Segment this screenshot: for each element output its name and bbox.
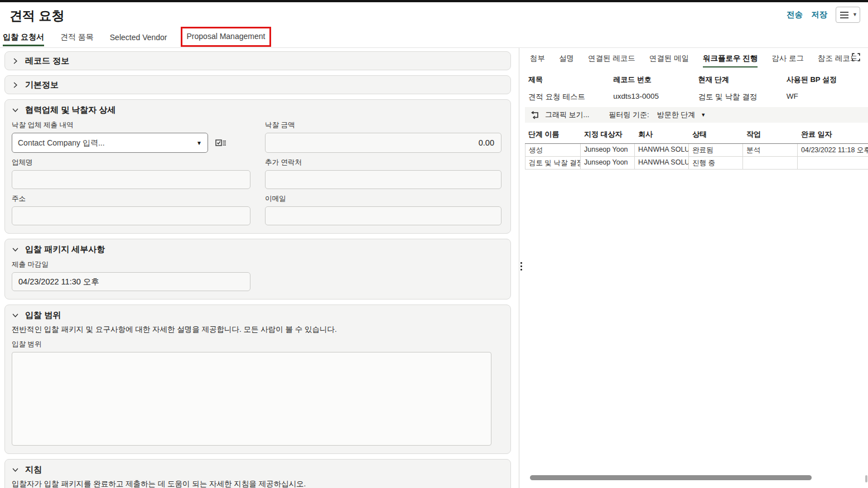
email-field (265, 206, 501, 225)
hamburger-icon (840, 12, 848, 18)
summary-bp-setup-label: 사용된 BP 설정 (787, 75, 868, 85)
record-summary: 제목 견적 요청 테스트 레코드 번호 uxdts13-0005 현재 단계 검… (525, 69, 868, 102)
select-from-list-icon[interactable] (215, 138, 226, 147)
section-title: 입찰 범위 (25, 310, 61, 321)
menu-button[interactable]: ▼ (836, 7, 860, 23)
additional-contact-field (265, 170, 501, 189)
section-description: 입찰자가 입찰 패키지를 완료하고 제출하는 데 도움이 되는 자세한 지침을 … (12, 479, 504, 488)
chevron-down-icon: ▼ (196, 140, 202, 146)
fullscreen-icon[interactable] (851, 52, 861, 62)
section-title: 기본정보 (25, 80, 59, 90)
annotation-highlight-box: Proposal Management (181, 27, 272, 47)
field-label: 업체명 (12, 158, 250, 167)
column-header: 지정 대상자 (581, 127, 635, 143)
save-button[interactable]: 저장 (811, 9, 827, 20)
summary-title-label: 제목 (528, 75, 613, 85)
graphic-view-button[interactable]: 그래픽 보기... (530, 110, 589, 120)
app-window: 견적 요청 전송 저장 ▼ 입찰 요청서 견적 품목 Selected Vend… (0, 0, 868, 488)
tab-linked-mail[interactable]: 연결된 메일 (649, 54, 689, 70)
tab-workflow-progress[interactable]: 워크플로우 진행 (703, 54, 758, 70)
summary-current-step-value: 검토 및 낙찰 결정 (698, 92, 787, 102)
address-field (12, 206, 250, 225)
tab-linked-records[interactable]: 연결된 레코드 (588, 54, 635, 70)
filter-by-label: 필터링 기준: (609, 110, 649, 120)
chevron-down-icon: ▼ (852, 12, 857, 17)
cell-step-name: 생성 (525, 144, 581, 157)
page-title: 견적 요청 (9, 7, 64, 25)
tab-attachments[interactable]: 첨부 (530, 54, 545, 70)
chevron-right-icon (12, 81, 19, 89)
section-title: 입찰 패키지 세부사항 (25, 244, 105, 255)
cell-assignee: Junseop Yoon (581, 144, 635, 157)
field-label: 제출 마감일 (12, 260, 504, 269)
field-label: 이메일 (265, 194, 501, 204)
tab-description[interactable]: 설명 (559, 54, 574, 70)
section-basic-info: 기본정보 (4, 75, 511, 94)
summary-record-no-value: uxdts13-0005 (613, 92, 698, 100)
summary-bp-setup-value: WF (787, 92, 868, 100)
graphic-view-label: 그래픽 보기... (545, 110, 589, 120)
pane-resize-handle[interactable] (520, 262, 522, 270)
column-header: 회사 (635, 127, 689, 143)
table-row[interactable]: 검토 및 낙찰 결정 Junseop Yoon HANWHA SOLUTI… 진… (525, 157, 868, 170)
section-record-info: 레코드 정보 (4, 51, 511, 70)
section-vendor-winner-detail-header[interactable]: 협력업체 및 낙찰자 상세 (12, 105, 504, 115)
chevron-down-icon (12, 107, 19, 114)
tab-proposal-management[interactable]: Proposal Management (187, 30, 266, 44)
submission-deadline-field: 04/23/2022 11:30 오후 (12, 272, 250, 291)
header-actions: 전송 저장 ▼ (787, 7, 860, 23)
detail-pane: 첨부 설명 연결된 레코드 연결된 메일 워크플로우 진행 감사 로그 참조 레… (525, 48, 868, 488)
main-tab-bar: 입찰 요청서 견적 품목 Selected Vendor Proposal Ma… (0, 28, 868, 48)
section-instructions-header[interactable]: 지침 (12, 465, 504, 475)
column-header: 단계 이름 (525, 127, 581, 143)
section-record-info-header[interactable]: 레코드 정보 (12, 56, 69, 66)
workflow-table: 단계 이름 지정 대상자 회사 상태 작업 완료 일자 생성 Junseop Y… (525, 127, 868, 170)
tab-quote-items[interactable]: 견적 품목 (60, 27, 94, 49)
filter-step-value: 방문한 단계 (657, 110, 696, 120)
cell-action (743, 157, 798, 170)
field-label: 추가 연락처 (265, 158, 501, 167)
section-bid-package-details-header[interactable]: 입찰 패키지 세부사항 (12, 244, 504, 255)
chevron-right-icon (12, 57, 19, 65)
cell-status: 진행 중 (689, 157, 743, 170)
cell-assignee: Junseop Yoon (581, 157, 635, 170)
cell-completed-date: 04/23/2022 11:18 오후 (UTC (798, 144, 868, 157)
field-label: 낙찰 업체 제출 내역 (12, 120, 250, 130)
cell-action: 분석 (743, 144, 798, 157)
chevron-down-icon (12, 466, 19, 473)
cell-completed-date (798, 157, 868, 170)
company-name-field (12, 170, 250, 189)
send-button[interactable]: 전송 (787, 9, 803, 20)
tab-selected-vendor[interactable]: Selected Vendor (110, 28, 167, 48)
cell-status: 완료됨 (689, 144, 743, 157)
contact-company-input[interactable] (18, 138, 196, 147)
bid-scope-textarea[interactable] (12, 352, 491, 446)
chevron-down-icon: ▼ (701, 112, 706, 118)
tab-audit-log[interactable]: 감사 로그 (771, 54, 804, 70)
horizontal-scrollbar[interactable] (530, 475, 812, 480)
filter-step-select[interactable]: 방문한 단계 ▼ (657, 110, 706, 120)
section-instructions: 지침 입찰자가 입찰 패키지를 완료하고 제출하는 데 도움이 되는 자세한 지… (4, 459, 511, 488)
summary-record-no-label: 레코드 번호 (613, 75, 698, 85)
vertical-scrollbar[interactable] (865, 475, 867, 482)
contact-company-select[interactable]: ▼ (12, 133, 208, 153)
section-vendor-winner-detail: 협력업체 및 낙찰자 상세 낙찰 업체 제출 내역 ▼ (4, 99, 511, 234)
section-title: 지침 (25, 465, 42, 475)
column-header: 작업 (743, 127, 798, 143)
cell-company: HANWHA SOLUTI… (635, 144, 689, 157)
section-bid-package-details: 입찰 패키지 세부사항 제출 마감일 04/23/2022 11:30 오후 (4, 239, 511, 299)
workflow-table-header: 단계 이름 지정 대상자 회사 상태 작업 완료 일자 (525, 127, 868, 144)
section-basic-info-header[interactable]: 기본정보 (12, 80, 59, 90)
section-title: 레코드 정보 (25, 56, 69, 66)
award-amount-field: 0.00 (265, 133, 501, 153)
section-bid-scope-header[interactable]: 입찰 범위 (12, 310, 504, 321)
section-bid-scope: 입찰 범위 전반적인 입찰 패키지 및 요구사항에 대한 자세한 설명을 제공합… (4, 305, 511, 454)
window-top-edge (0, 0, 868, 2)
cell-company: HANWHA SOLUTI… (635, 157, 689, 170)
tab-bid-request-form[interactable]: 입찰 요청서 (3, 27, 44, 49)
column-header: 상태 (689, 127, 743, 143)
section-title: 협력업체 및 낙찰자 상세 (25, 105, 116, 115)
table-row[interactable]: 생성 Junseop Yoon HANWHA SOLUTI… 완료됨 분석 04… (525, 144, 868, 157)
pane-divider (519, 48, 519, 488)
field-label: 낙찰 금액 (265, 120, 501, 130)
